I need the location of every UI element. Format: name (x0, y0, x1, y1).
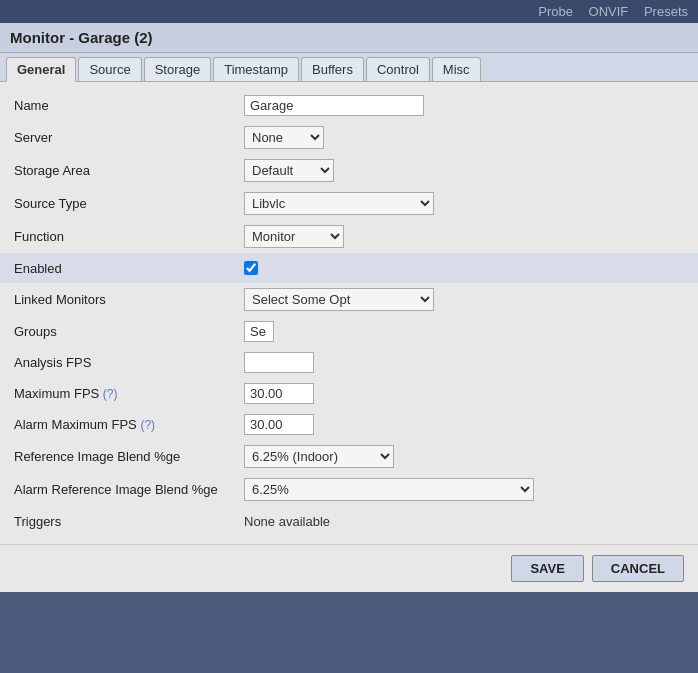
label-groups: Groups (14, 324, 244, 339)
alarm-fps-hint: (?) (140, 418, 155, 432)
select-function[interactable]: Monitor (244, 225, 344, 248)
label-linked: Linked Monitors (14, 292, 244, 307)
field-storage: Default (244, 159, 684, 182)
label-alarm-fps: Alarm Maximum FPS (?) (14, 417, 244, 432)
row-name: Name (0, 90, 698, 121)
tab-source[interactable]: Source (78, 57, 141, 81)
field-triggers: None available (244, 514, 684, 529)
label-function: Function (14, 229, 244, 244)
tab-buffers[interactable]: Buffers (301, 57, 364, 81)
tab-misc[interactable]: Misc (432, 57, 481, 81)
field-analysis-fps (244, 352, 684, 373)
select-linked[interactable]: Select Some Opt (244, 288, 434, 311)
tab-storage[interactable]: Storage (144, 57, 212, 81)
top-bar: Probe ONVIF Presets (0, 0, 698, 23)
checkbox-wrap-enabled (244, 261, 258, 275)
input-groups[interactable] (244, 321, 274, 342)
label-name: Name (14, 98, 244, 113)
label-triggers: Triggers (14, 514, 244, 529)
tab-general[interactable]: General (6, 57, 76, 82)
onvif-link[interactable]: ONVIF (589, 4, 629, 19)
max-fps-hint: (?) (103, 387, 118, 401)
field-enabled (244, 261, 684, 275)
save-button[interactable]: SAVE (511, 555, 583, 582)
field-function: Monitor (244, 225, 684, 248)
field-source-type: Libvlc (244, 192, 684, 215)
window-title: Monitor - Garage (2) (0, 23, 698, 53)
field-blend: 6.25% (Indoor) (244, 445, 684, 468)
label-source-type: Source Type (14, 196, 244, 211)
label-blend: Reference Image Blend %ge (14, 449, 244, 464)
tab-timestamp[interactable]: Timestamp (213, 57, 299, 81)
label-analysis-fps: Analysis FPS (14, 355, 244, 370)
label-enabled: Enabled (14, 261, 244, 276)
select-source-type[interactable]: Libvlc (244, 192, 434, 215)
row-server: Server None (0, 121, 698, 154)
select-blend[interactable]: 6.25% (Indoor) (244, 445, 394, 468)
row-alarm-fps: Alarm Maximum FPS (?) (0, 409, 698, 440)
select-server[interactable]: None (244, 126, 324, 149)
max-fps-text: Maximum FPS (14, 386, 99, 401)
input-name[interactable] (244, 95, 424, 116)
row-max-fps: Maximum FPS (?) (0, 378, 698, 409)
form-content: Name Server None Storage Area Default (0, 82, 698, 544)
label-max-fps: Maximum FPS (?) (14, 386, 244, 401)
row-function: Function Monitor (0, 220, 698, 253)
row-storage: Storage Area Default (0, 154, 698, 187)
footer: SAVE CANCEL (0, 544, 698, 592)
probe-link[interactable]: Probe (538, 4, 573, 19)
select-alarm-blend[interactable]: 6.25% (244, 478, 534, 501)
row-alarm-blend: Alarm Reference Image Blend %ge 6.25% (0, 473, 698, 506)
field-name (244, 95, 684, 116)
field-alarm-blend: 6.25% (244, 478, 684, 501)
triggers-value: None available (244, 514, 330, 529)
input-analysis-fps[interactable] (244, 352, 314, 373)
row-linked: Linked Monitors Select Some Opt (0, 283, 698, 316)
tab-control[interactable]: Control (366, 57, 430, 81)
field-alarm-fps (244, 414, 684, 435)
row-triggers: Triggers None available (0, 506, 698, 536)
row-groups: Groups (0, 316, 698, 347)
row-analysis-fps: Analysis FPS (0, 347, 698, 378)
row-blend: Reference Image Blend %ge 6.25% (Indoor) (0, 440, 698, 473)
select-storage[interactable]: Default (244, 159, 334, 182)
field-server: None (244, 126, 684, 149)
field-max-fps (244, 383, 684, 404)
input-max-fps[interactable] (244, 383, 314, 404)
monitor-window: Monitor - Garage (2) General Source Stor… (0, 23, 698, 592)
row-enabled: Enabled (0, 253, 698, 283)
field-linked: Select Some Opt (244, 288, 684, 311)
cancel-button[interactable]: CANCEL (592, 555, 684, 582)
presets-link[interactable]: Presets (644, 4, 688, 19)
alarm-fps-text: Alarm Maximum FPS (14, 417, 137, 432)
label-server: Server (14, 130, 244, 145)
checkbox-enabled[interactable] (244, 261, 258, 275)
label-storage: Storage Area (14, 163, 244, 178)
label-alarm-blend: Alarm Reference Image Blend %ge (14, 482, 244, 497)
input-alarm-fps[interactable] (244, 414, 314, 435)
tab-bar: General Source Storage Timestamp Buffers… (0, 53, 698, 82)
field-groups (244, 321, 684, 342)
row-source-type: Source Type Libvlc (0, 187, 698, 220)
